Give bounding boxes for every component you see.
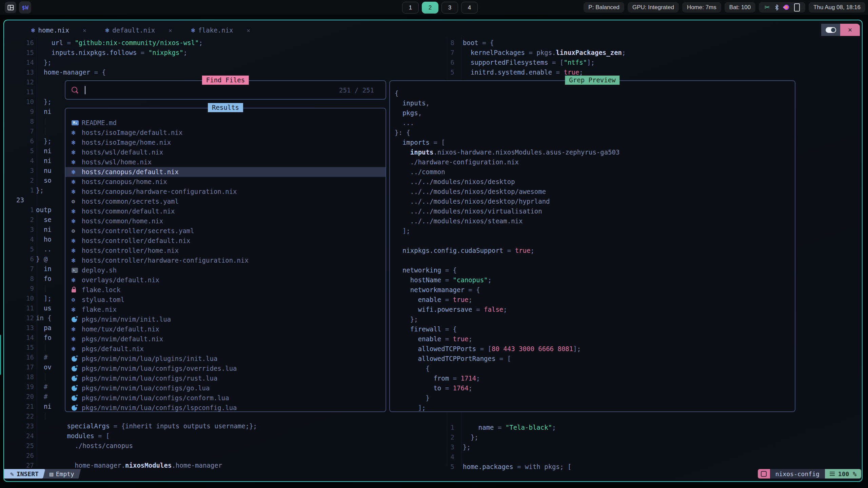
module-p[interactable]: P: Balanced <box>584 2 624 13</box>
result-item[interactable]: ❄hosts/controller/home.nix <box>65 246 386 256</box>
result-filename: hosts/controller/secrets.yaml <box>82 226 194 236</box>
preview-line: { <box>395 364 619 373</box>
result-item[interactable]: ❄hosts/controller/hardware-configuration… <box>65 256 386 265</box>
workspace-button-3[interactable]: 3 <box>441 2 458 14</box>
clock[interactable]: Thu Aug 08, 18:16 <box>809 2 865 13</box>
workspace-button-1[interactable]: 1 <box>402 2 419 14</box>
phone-icon[interactable] <box>794 3 800 12</box>
result-item[interactable]: ❄hosts/canopus/hardware-configuration.ni… <box>65 187 386 197</box>
result-item[interactable]: ❄hosts/isoImage/home.nix <box>65 138 386 147</box>
result-filename: pkgs/nvim/nvim/lua/plugins/init.lua <box>82 354 217 364</box>
line-text: .. <box>36 244 52 254</box>
preview-line: firewall = { <box>395 324 619 334</box>
line-number: 5 <box>434 67 454 77</box>
preview-line: ... <box>395 118 619 128</box>
project-name: nixos-config <box>770 469 825 479</box>
window-close-button[interactable]: × <box>840 24 860 36</box>
result-item[interactable]: ❄hosts/canopus/default.nix <box>65 167 386 177</box>
line-number: 19 <box>9 382 34 392</box>
preview-line <box>395 256 619 265</box>
lua-file-icon <box>72 317 82 322</box>
line-number: 8 <box>9 117 34 126</box>
lua-file-icon <box>72 386 82 391</box>
line-text: fo <box>36 274 52 284</box>
tab-close-icon[interactable]: × <box>246 25 250 35</box>
tab-close-icon[interactable]: × <box>83 25 86 35</box>
code-line: 6 supportedFilesystems = ["ntfs"]; <box>4 58 862 67</box>
code-line: 8boot = { <box>4 38 862 48</box>
module-home[interactable]: Home: 7ms <box>682 2 721 13</box>
result-item[interactable]: pkgs/nvim/nvim/lua/configs/conform.lua <box>65 393 386 403</box>
result-item[interactable]: ❄hosts/common/home.nix <box>65 216 386 226</box>
result-item[interactable]: ❄home/tux/default.nix <box>65 324 386 334</box>
line-number: 9 <box>9 107 34 117</box>
active-app-badge[interactable]: $W <box>19 1 31 14</box>
mode-label: INSERT <box>17 469 39 479</box>
result-item[interactable]: pkgs/nvim/nvim/lua/configs/rust.lua <box>65 373 386 383</box>
find-files-input[interactable] <box>89 84 328 93</box>
result-item[interactable]: pkgs/nvim/nvim/lua/plugins/init.lua <box>65 354 386 364</box>
result-item[interactable]: pkgs/nvim/nvim/lua/configs/go.lua <box>65 383 386 393</box>
buffer-indicator: ▤ Empty <box>42 469 80 479</box>
tab-close-icon[interactable]: × <box>169 25 172 35</box>
result-item[interactable]: ❄hosts/common/default.nix <box>65 206 386 216</box>
line-number: 10 <box>9 293 34 303</box>
line-text: }; <box>36 97 52 107</box>
indent-guide <box>45 128 45 135</box>
line-number: 3 <box>9 166 34 176</box>
system-tray: ✂ <box>759 2 805 13</box>
results-list: M↓README.md❄hosts/isoImage/default.nix❄h… <box>65 118 386 413</box>
result-item[interactable]: ❄pkgs/nvim/default.nix <box>65 334 386 344</box>
editor-pane-right-bottom[interactable]: 1 name = "Tela-black";2 };3};45home.pack… <box>4 423 862 472</box>
line-number: 6 <box>9 254 34 264</box>
nix-file-icon: ❄ <box>72 138 82 147</box>
tab-flake.nix[interactable]: ❄flake.nix× <box>191 25 250 35</box>
line-number: 2 <box>434 432 454 442</box>
nix-file-icon: ❄ <box>72 206 82 216</box>
result-item[interactable]: flake.lock <box>65 285 386 295</box>
tab-default.nix[interactable]: ❄default.nix× <box>105 25 172 35</box>
result-item[interactable]: ❄hosts/wsl/default.nix <box>65 147 386 157</box>
scissors-icon[interactable]: ✂ <box>764 3 770 11</box>
result-item[interactable]: ❄pkgs/default.nix <box>65 344 386 354</box>
result-item[interactable]: pkgs/nvim/nvim/lua/configs/lspconfig.lua <box>65 403 386 413</box>
workspace-button-4[interactable]: 4 <box>461 2 478 14</box>
result-filename: pkgs/nvim/nvim/lua/configs/lspconfig.lua <box>82 403 237 413</box>
line-number: 9 <box>9 284 34 293</box>
find-files-title: Find Files <box>202 76 249 85</box>
nix-file-icon: ❄ <box>72 147 82 157</box>
result-item[interactable]: ❄overlays/default.nix <box>65 275 386 285</box>
result-item[interactable]: M↓README.md <box>65 118 386 128</box>
fire-icon[interactable] <box>783 4 790 11</box>
module-gpu[interactable]: GPU: Integrated <box>628 2 679 13</box>
line-number: 1 <box>9 205 34 215</box>
result-item[interactable]: ⚙stylua.toml <box>65 295 386 305</box>
result-item[interactable]: ⚙hosts/controller/secrets.yaml <box>65 226 386 236</box>
result-item[interactable]: pkgs/nvim/nvim/lua/configs/overrides.lua <box>65 364 386 373</box>
preview-line: } <box>395 393 619 403</box>
app-launcher-button[interactable] <box>5 2 16 13</box>
result-item[interactable]: ⚙hosts/common/secrets.yaml <box>65 197 386 206</box>
preview-line: { <box>395 88 619 98</box>
result-item[interactable]: pkgs/nvim/nvim/init.lua <box>65 314 386 324</box>
bluetooth-icon[interactable] <box>775 4 779 11</box>
line-text: # <box>36 392 47 402</box>
result-item[interactable]: ❄hosts/controller/default.nix <box>65 236 386 246</box>
editor-pane-right-top[interactable]: 8boot = {7 kernelPackages = pkgs.linuxPa… <box>4 38 862 77</box>
result-filename: hosts/wsl/home.nix <box>82 157 152 167</box>
result-item[interactable]: ❄hosts/isoImage/default.nix <box>65 128 386 138</box>
status-modules: P: BalancedGPU: IntegratedHome: 7msBat: … <box>584 2 865 13</box>
result-item[interactable]: ❄hosts/wsl/home.nix <box>65 157 386 167</box>
statusline: ✎ INSERT ▤ Empty nixos-config 100 % <box>5 469 861 479</box>
nix-file-icon: ❄ <box>72 334 82 344</box>
nix-file-icon: ❄ <box>72 344 82 354</box>
yaml-file-icon: ⚙ <box>72 226 82 236</box>
result-item[interactable]: >_deploy.sh <box>65 265 386 275</box>
result-item[interactable]: ❄hosts/canopus/home.nix <box>65 177 386 187</box>
line-number: 3 <box>9 225 34 235</box>
module-bat[interactable]: Bat: 100 <box>725 2 755 13</box>
result-item[interactable]: ❄flake.nix <box>65 305 386 314</box>
workspace-button-2[interactable]: 2 <box>422 2 438 14</box>
tab-home.nix[interactable]: ❄home.nix× <box>31 25 86 35</box>
window-toggle-switch[interactable] <box>821 24 840 36</box>
